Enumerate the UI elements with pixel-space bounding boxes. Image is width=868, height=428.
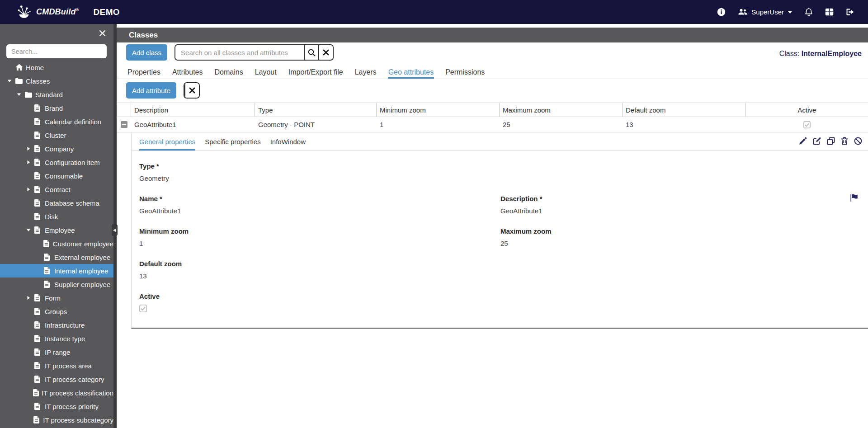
subtab-general-properties[interactable]: General properties	[139, 138, 195, 151]
caret-down-icon[interactable]	[7, 79, 15, 83]
close-icon[interactable]	[99, 30, 106, 37]
class-name: InternalEmployee	[802, 50, 862, 57]
caret-right-icon[interactable]	[26, 187, 34, 192]
folder-icon	[15, 78, 25, 84]
app-title: DEMO	[93, 7, 120, 17]
checkbox-checked-icon	[746, 121, 868, 128]
document-icon	[44, 254, 54, 261]
sidebar-item-label: Contract	[45, 186, 71, 193]
pencil-icon[interactable]	[799, 137, 807, 145]
caret-right-icon[interactable]	[26, 160, 34, 165]
sidebar-item-consumable[interactable]: Consumable	[0, 169, 113, 183]
trash-icon[interactable]	[841, 137, 848, 145]
sidebar-item-external-employee[interactable]: External employee	[0, 250, 113, 264]
ban-icon[interactable]	[854, 137, 862, 145]
tab-properties[interactable]: Properties	[127, 66, 161, 79]
document-icon	[34, 159, 44, 166]
tab-layout[interactable]: Layout	[255, 66, 277, 79]
tab-layers[interactable]: Layers	[354, 66, 377, 79]
sidebar-item-infrastructure[interactable]: Infrastructure	[0, 318, 113, 332]
sidebar-item-employee[interactable]: Employee	[0, 223, 113, 237]
column-header-maximum-zoom[interactable]: Maximum zoom	[500, 103, 623, 117]
topbar-actions: SuperUser	[717, 8, 854, 17]
clear-icon[interactable]	[318, 45, 333, 60]
sidebar-item-brand[interactable]: Brand	[0, 101, 113, 115]
field-value: 25	[500, 240, 868, 248]
document-icon	[33, 389, 41, 396]
sidebar-item-it-process-category[interactable]: IT process category	[0, 372, 113, 386]
sign-out-icon[interactable]	[846, 8, 854, 16]
sidebar-item-it-process-area[interactable]: IT process area	[0, 359, 113, 372]
sidebar-item-home[interactable]: Home	[0, 61, 113, 74]
spacer	[500, 260, 868, 292]
classes-search-input[interactable]	[175, 45, 304, 60]
tab-geo-attributes[interactable]: Geo attributes	[388, 66, 434, 79]
edit-card-icon[interactable]	[813, 137, 821, 145]
expander-column-header	[117, 103, 131, 117]
sidebar-item-label: IT process subcategory	[43, 416, 113, 424]
sidebar-item-calendar-definition[interactable]: Calendar definition	[0, 115, 113, 128]
sidebar-search-input[interactable]	[6, 44, 107, 58]
sidebar-item-label: Supplier employee	[54, 281, 110, 288]
panel-title-text: Classes	[129, 31, 158, 40]
detail-tabs: General propertiesSpecific propertiesInf…	[132, 132, 868, 151]
document-icon	[43, 240, 52, 247]
add-class-button[interactable]: Add class	[126, 44, 167, 61]
column-header-default-zoom[interactable]: Default zoom	[623, 103, 746, 117]
sidebar-item-it-process-subcategory[interactable]: IT process subcategory	[0, 413, 113, 427]
subtab-specific-properties[interactable]: Specific properties	[205, 138, 260, 151]
sidebar-item-ip-range[interactable]: IP range	[0, 345, 113, 359]
sidebar-item-label: IT process priority	[45, 403, 99, 410]
sidebar-item-customer-employee[interactable]: Customer employee	[0, 237, 113, 250]
search-icon[interactable]	[304, 45, 318, 60]
subtab-infowindow[interactable]: InfoWindow	[270, 138, 306, 151]
caret-down-icon[interactable]	[17, 92, 25, 97]
caret-right-icon[interactable]	[26, 296, 34, 300]
document-icon	[34, 335, 44, 342]
sidebar-item-disk[interactable]: Disk	[0, 210, 113, 223]
sidebar-item-database-schema[interactable]: Database schema	[0, 196, 113, 210]
grid-row-geoattribute1[interactable]: GeoAttribute1Geometry - POINT12513	[117, 117, 868, 132]
resize-handle-icon[interactable]	[112, 224, 118, 236]
caret-down-icon[interactable]	[26, 228, 34, 232]
column-header-type[interactable]: Type	[255, 103, 377, 117]
tab-permissions[interactable]: Permissions	[445, 66, 485, 79]
tab-domains[interactable]: Domains	[214, 66, 244, 79]
users-icon	[738, 8, 748, 16]
field-maximum-zoom: Maximum zoom 25	[500, 227, 868, 248]
column-header-description[interactable]: Description	[131, 103, 255, 117]
sidebar-item-form[interactable]: Form	[0, 291, 113, 305]
add-attribute-button[interactable]: Add attribute	[126, 82, 176, 99]
sidebar-item-classes[interactable]: Classes	[0, 74, 113, 88]
sidebar-item-cluster[interactable]: Cluster	[0, 128, 113, 142]
user-menu[interactable]: SuperUser	[738, 8, 793, 16]
document-icon	[34, 199, 44, 207]
copy-icon[interactable]	[827, 137, 835, 145]
document-icon	[34, 132, 44, 139]
column-header-minimum-zoom[interactable]: Minimum zoom	[377, 103, 500, 117]
caret-down-icon	[788, 10, 793, 14]
minus-square-icon[interactable]	[117, 121, 131, 128]
clear-icon[interactable]	[184, 83, 199, 98]
sidebar-item-supplier-employee[interactable]: Supplier employee	[0, 277, 113, 291]
sidebar-item-groups[interactable]: Groups	[0, 305, 113, 318]
document-icon	[44, 281, 54, 288]
tab-import-export-file[interactable]: Import/Export file	[288, 66, 344, 79]
info-icon[interactable]	[717, 8, 726, 16]
table-icon[interactable]	[825, 8, 834, 16]
sidebar-item-it-process-priority[interactable]: IT process priority	[0, 400, 113, 413]
sidebar-item-company[interactable]: Company	[0, 142, 113, 155]
sidebar-item-contract[interactable]: Contract	[0, 183, 113, 196]
bell-icon[interactable]	[805, 8, 813, 17]
sidebar-item-internal-employee[interactable]: Internal employee	[0, 264, 113, 277]
sidebar-item-configuration-item[interactable]: Configuration item	[0, 155, 113, 169]
sidebar-item-it-process-classification[interactable]: IT process classification	[0, 386, 113, 400]
sidebar-item-standard[interactable]: Standard	[0, 88, 113, 101]
caret-right-icon[interactable]	[26, 146, 34, 151]
flag-icon[interactable]	[850, 194, 859, 202]
sidebar-item-instance-type[interactable]: Instance type	[0, 332, 113, 345]
document-icon	[34, 294, 44, 301]
field-value: GeoAttribute1	[500, 207, 868, 215]
column-header-active[interactable]: Active	[746, 103, 868, 117]
tab-attributes[interactable]: Attributes	[172, 66, 203, 79]
